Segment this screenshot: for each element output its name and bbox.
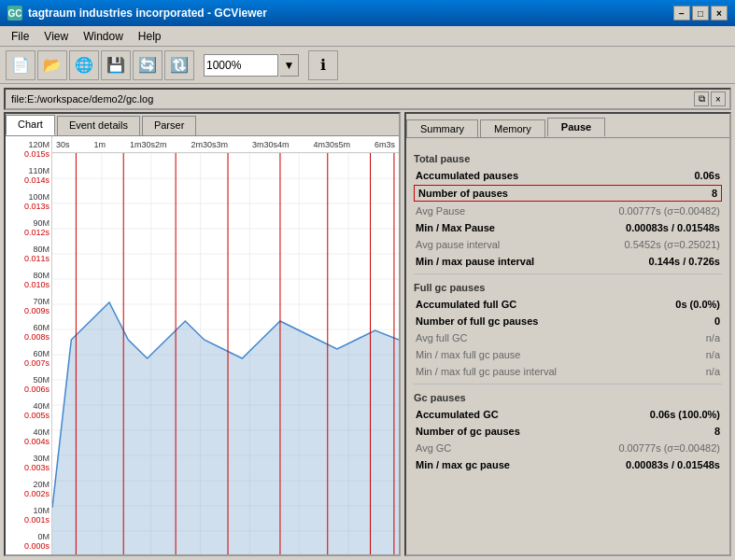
x-label-5: 4m30s5m bbox=[313, 140, 350, 149]
accumulated-gc-key: Accumulated GC bbox=[416, 409, 608, 420]
gc-pauses-title: Gc pauses bbox=[414, 390, 722, 403]
close-file-button[interactable]: × bbox=[711, 91, 726, 106]
min-max-full-gc-interval-row: Min / max full gc pause interval n/a bbox=[414, 363, 722, 380]
separator-2 bbox=[414, 384, 722, 385]
y-label-10: 40M 0.005s bbox=[7, 401, 49, 420]
avg-pause-interval-val: 0.5452s (σ=0.25021) bbox=[608, 239, 720, 250]
right-tab-bar: Summary Memory Pause bbox=[406, 114, 729, 138]
number-of-pauses-row: Number of pauses 8 bbox=[414, 185, 722, 202]
web-button[interactable]: 🌐 bbox=[69, 50, 99, 80]
accumulated-full-gc-row: Accumulated full GC 0s (0.0%) bbox=[414, 296, 722, 313]
accumulated-gc-val: 0.06s (100.0%) bbox=[608, 409, 720, 420]
y-label-6: 70M 0.009s bbox=[7, 297, 49, 315]
chart-svg bbox=[52, 153, 399, 554]
accumulated-pauses-row: Accumulated pauses 0.06s bbox=[414, 167, 722, 184]
y-label-12: 30M 0.003s bbox=[7, 454, 49, 472]
y-label-7: 60M 0.008s bbox=[7, 323, 49, 342]
x-label-0: 30s bbox=[56, 140, 70, 149]
chart-content: 120M 0.015s 110M 0.014s 100M 0.013s 90M … bbox=[6, 136, 399, 554]
minimize-button[interactable]: − bbox=[673, 6, 690, 21]
chart-area: 30s 1m 1m30s2m 2m30s3m 3m30s4m 4m30s5m 6… bbox=[52, 136, 399, 554]
new-button[interactable]: 📄 bbox=[6, 50, 35, 80]
number-of-pauses-key: Number of pauses bbox=[418, 188, 605, 199]
window-title: tagtraum industries incorporated - GCVie… bbox=[28, 7, 673, 20]
avg-pause-interval-key: Avg pause interval bbox=[416, 239, 608, 250]
zoom-input[interactable] bbox=[204, 54, 278, 77]
total-pause-title: Total pause bbox=[414, 151, 722, 164]
tab-parser[interactable]: Parser bbox=[142, 116, 196, 135]
tab-summary[interactable]: Summary bbox=[406, 119, 478, 137]
y-label-14: 10M 0.001s bbox=[7, 506, 49, 525]
x-label-4: 3m30s4m bbox=[252, 140, 290, 149]
accumulated-pauses-val: 0.06s bbox=[608, 170, 720, 181]
menu-window[interactable]: Window bbox=[76, 28, 131, 45]
y-label-13: 20M 0.002s bbox=[7, 480, 49, 498]
y-label-15: 0M 0.000s bbox=[7, 532, 49, 551]
avg-full-gc-val: n/a bbox=[608, 332, 720, 343]
tab-pause[interactable]: Pause bbox=[547, 118, 605, 137]
min-max-pause-val: 0.00083s / 0.01548s bbox=[608, 222, 720, 233]
close-button[interactable]: × bbox=[711, 6, 728, 21]
min-max-pause-interval-key: Min / max pause interval bbox=[416, 256, 608, 267]
accumulated-full-gc-key: Accumulated full GC bbox=[416, 299, 608, 310]
x-label-6: 6m3s bbox=[375, 140, 395, 149]
full-gc-title: Full gc pauses bbox=[414, 280, 722, 293]
min-max-full-gc-val: n/a bbox=[608, 349, 720, 360]
min-max-gc-pause-key: Min / max gc pause bbox=[416, 459, 608, 470]
menu-help[interactable]: Help bbox=[131, 28, 169, 45]
y-label-3: 90M 0.012s bbox=[7, 218, 49, 237]
x-label-2: 1m30s2m bbox=[130, 140, 167, 149]
menu-view[interactable]: View bbox=[36, 28, 76, 45]
left-panel: Chart Event details Parser 120M 0.015s 1… bbox=[4, 112, 401, 556]
avg-pause-row: Avg Pause 0.00777s (σ=0.00482) bbox=[414, 203, 722, 219]
min-max-pause-interval-val: 0.144s / 0.726s bbox=[608, 256, 720, 267]
right-panel: Summary Memory Pause Total pause Accumul… bbox=[404, 112, 731, 556]
number-gc-pauses-row: Number of gc pauses 8 bbox=[414, 423, 722, 440]
refresh-button[interactable]: 🔃 bbox=[164, 50, 194, 80]
menu-file[interactable]: File bbox=[4, 28, 36, 45]
file-bar: file:E:/workspace/demo2/gc.log ⧉ × bbox=[4, 88, 731, 110]
separator-1 bbox=[414, 273, 722, 274]
content-area: Chart Event details Parser 120M 0.015s 1… bbox=[4, 112, 731, 556]
y-label-9: 50M 0.006s bbox=[7, 375, 49, 394]
tab-event-details[interactable]: Event details bbox=[57, 116, 140, 135]
pause-content: Total pause Accumulated pauses 0.06s Num… bbox=[406, 138, 729, 554]
min-max-pause-interval-row: Min / max pause interval 0.144s / 0.726s bbox=[414, 253, 722, 270]
number-gc-pauses-val: 8 bbox=[608, 426, 720, 437]
tab-memory[interactable]: Memory bbox=[480, 119, 545, 137]
y-label-8: 60M 0.007s bbox=[7, 349, 49, 368]
zoom-dropdown-button[interactable]: ▼ bbox=[280, 54, 299, 77]
min-max-gc-pause-val: 0.00083s / 0.01548s bbox=[608, 459, 720, 470]
svg-marker-22 bbox=[52, 302, 399, 554]
avg-pause-val: 0.00777s (σ=0.00482) bbox=[608, 205, 720, 217]
maximize-button[interactable]: □ bbox=[692, 6, 709, 21]
y-axis: 120M 0.015s 110M 0.014s 100M 0.013s 90M … bbox=[6, 136, 52, 554]
x-axis: 30s 1m 1m30s2m 2m30s3m 3m30s4m 4m30s5m 6… bbox=[52, 136, 399, 153]
open-button[interactable]: 📂 bbox=[37, 50, 67, 80]
avg-gc-val: 0.00777s (σ=0.00482) bbox=[608, 442, 720, 454]
accumulated-pauses-key: Accumulated pauses bbox=[416, 170, 608, 181]
min-max-full-gc-interval-val: n/a bbox=[608, 366, 720, 377]
min-max-pause-key: Min / Max Pause bbox=[416, 222, 608, 233]
info-button[interactable]: ℹ bbox=[308, 50, 338, 80]
title-bar: GC tagtraum industries incorporated - GC… bbox=[0, 0, 735, 26]
y-label-4: 80M 0.011s bbox=[7, 245, 49, 263]
restore-button[interactable]: ⧉ bbox=[694, 91, 709, 106]
toolbar: 📄 📂 🌐 💾 🔄 🔃 ▼ ℹ bbox=[0, 47, 735, 84]
avg-gc-row: Avg GC 0.00777s (σ=0.00482) bbox=[414, 440, 722, 456]
number-gc-pauses-key: Number of gc pauses bbox=[416, 426, 608, 437]
number-of-pauses-val: 8 bbox=[605, 188, 717, 199]
y-label-11: 40M 0.004s bbox=[7, 427, 49, 446]
menu-bar: File View Window Help bbox=[0, 26, 735, 47]
min-max-full-gc-row: Min / max full gc pause n/a bbox=[414, 346, 722, 363]
accumulated-full-gc-val: 0s (0.0%) bbox=[608, 299, 720, 310]
number-full-gc-val: 0 bbox=[608, 315, 720, 327]
min-max-pause-row: Min / Max Pause 0.00083s / 0.01548s bbox=[414, 219, 722, 236]
save-button[interactable]: 💾 bbox=[101, 50, 131, 80]
tab-chart[interactable]: Chart bbox=[6, 115, 55, 135]
app-icon: GC bbox=[7, 6, 22, 21]
y-label-0: 120M 0.015s bbox=[7, 140, 49, 159]
avg-pause-key: Avg Pause bbox=[416, 205, 608, 217]
reload-button[interactable]: 🔄 bbox=[133, 50, 163, 80]
number-full-gc-key: Number of full gc pauses bbox=[416, 315, 608, 327]
